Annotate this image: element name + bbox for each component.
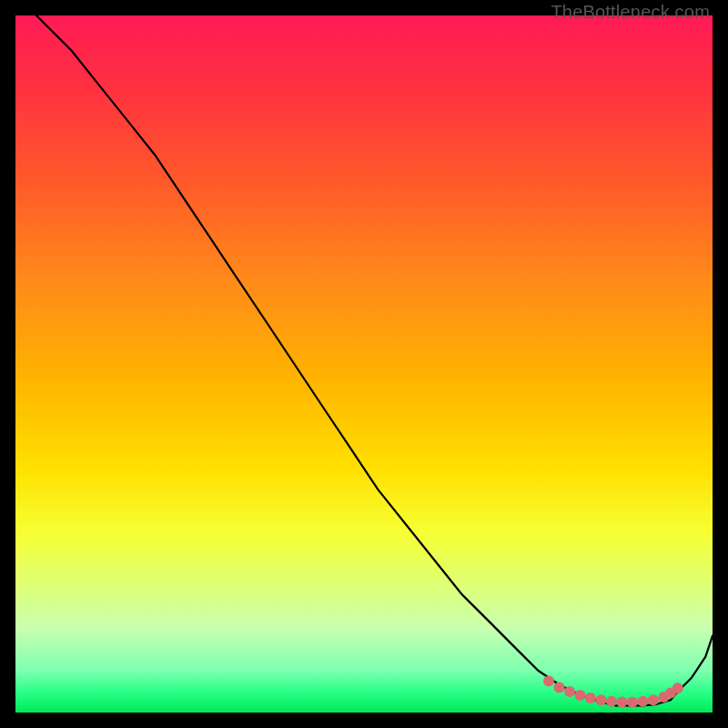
marker-dot [637, 696, 648, 707]
marker-dot [543, 676, 554, 687]
marker-dot [585, 693, 596, 703]
marker-dot [606, 696, 617, 707]
marker-dot [648, 694, 659, 705]
marker-dot [627, 697, 638, 708]
marker-dot [554, 682, 565, 693]
attribution-watermark: TheBottleneck.com [551, 2, 710, 23]
bottleneck-curve [36, 15, 713, 705]
marker-dot [672, 682, 683, 693]
chart-frame: TheBottleneck.com [0, 0, 728, 728]
curve-layer [15, 15, 713, 713]
marker-dot [575, 690, 586, 701]
plot-area [15, 15, 713, 713]
marker-dot [616, 697, 627, 708]
marker-dot [564, 686, 575, 697]
marker-dot [595, 694, 606, 705]
